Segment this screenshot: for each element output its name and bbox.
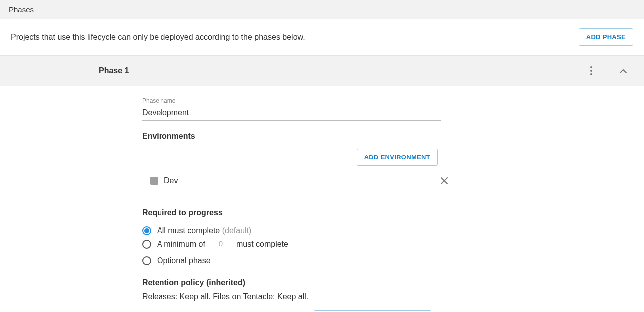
- svg-point-1: [590, 70, 592, 72]
- environment-name: Dev: [164, 176, 178, 185]
- environment-color-chip: [150, 177, 158, 185]
- radio-optional-phase[interactable]: Optional phase: [142, 254, 441, 267]
- phase-header: Phase 1: [0, 55, 644, 86]
- radio-button-icon: [142, 226, 151, 235]
- radio-minimum-of[interactable]: A minimum of must complete: [142, 237, 441, 251]
- add-phase-button[interactable]: ADD PHASE: [579, 28, 633, 46]
- phases-description-row: Projects that use this lifecycle can onl…: [0, 19, 644, 55]
- close-icon: [441, 177, 448, 184]
- more-vertical-icon: [590, 66, 592, 75]
- retention-policy-text: Releases: Keep all. Files on Tentacle: K…: [142, 292, 441, 301]
- phase-name-input[interactable]: [142, 106, 441, 121]
- phases-section-header: Phases: [0, 0, 644, 19]
- radio-all-label: All must complete (default): [157, 226, 251, 235]
- phase-name-label: Phase name: [142, 97, 441, 104]
- environment-item: Dev: [142, 174, 441, 195]
- phase-body: Phase name Environments ADD ENVIRONMENT …: [0, 86, 644, 312]
- radio-all-must-complete[interactable]: All must complete (default): [142, 224, 441, 237]
- override-retention-policy-button[interactable]: OVERRIDE RETENTION POLICY: [314, 310, 431, 312]
- chevron-up-icon: [620, 69, 627, 73]
- radio-button-icon: [142, 256, 151, 265]
- remove-environment-button[interactable]: [437, 174, 451, 188]
- phase-title: Phase 1: [99, 66, 129, 75]
- svg-point-2: [590, 73, 592, 75]
- retention-policy-header: Retention policy (inherited): [142, 278, 441, 287]
- minimum-count-input[interactable]: [210, 239, 231, 249]
- phases-description-text: Projects that use this lifecycle can onl…: [11, 33, 305, 42]
- radio-min-suffix: must complete: [236, 240, 288, 249]
- collapse-phase-button[interactable]: [613, 61, 633, 81]
- radio-optional-label: Optional phase: [157, 256, 211, 265]
- required-to-progress-header: Required to progress: [142, 208, 441, 217]
- add-environment-button[interactable]: ADD ENVIRONMENT: [357, 149, 438, 166]
- phase-overflow-menu-button[interactable]: [581, 61, 601, 81]
- phases-section-title: Phases: [9, 5, 34, 14]
- progress-radio-group: All must complete (default) A minimum of…: [142, 224, 441, 267]
- environments-header: Environments: [142, 132, 441, 141]
- radio-button-icon: [142, 240, 151, 249]
- radio-min-prefix: A minimum of: [157, 240, 205, 249]
- svg-point-0: [590, 66, 592, 68]
